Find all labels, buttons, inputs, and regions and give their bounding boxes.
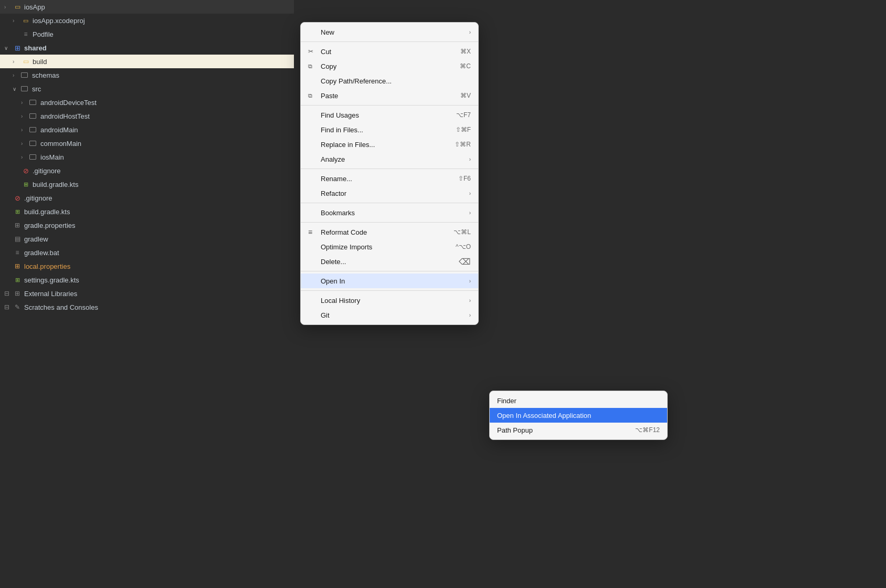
tree-item-label: iosMain bbox=[40, 153, 290, 161]
shortcut-label: ⌥⌘L bbox=[453, 228, 471, 236]
menu-item-copy[interactable]: ⧉ Copy ⌘C bbox=[301, 59, 478, 74]
menu-item-paste[interactable]: ⧉ Paste ⌘V bbox=[301, 88, 478, 103]
menu-item-delete[interactable]: Delete... ⌫ bbox=[301, 254, 478, 269]
reformat-icon: ≡ bbox=[308, 228, 318, 236]
submenu-item-label: Finder bbox=[497, 397, 660, 405]
tree-item-label: local.properties bbox=[24, 262, 290, 270]
tree-item-build-gradle2[interactable]: ⊞ build.gradle.kts bbox=[0, 205, 294, 218]
folder-outline-icon bbox=[21, 72, 28, 78]
folder-blue-icon: ⊞ bbox=[13, 43, 22, 52]
menu-item-label: Optimize Imports bbox=[321, 243, 451, 251]
tree-item-label: build.gradle.kts bbox=[24, 208, 290, 216]
tree-item-external-libraries[interactable]: ⊟ ⊞ External Libraries bbox=[0, 287, 294, 300]
tree-item-iosApp[interactable]: › ▭ iosApp bbox=[0, 0, 294, 14]
tree-item-label: build bbox=[33, 58, 290, 66]
submenu-item-label: Open In Associated Application bbox=[497, 412, 660, 419]
arrow-icon: ⊟ bbox=[4, 303, 13, 311]
tree-item-commonMain[interactable]: › commonMain bbox=[0, 136, 294, 150]
menu-item-rename[interactable]: Rename... ⇧F6 bbox=[301, 171, 478, 186]
menu-item-label: Copy Path/Reference... bbox=[321, 77, 471, 85]
menu-item-label: Rename... bbox=[321, 175, 454, 183]
scratch-icon: ✎ bbox=[13, 302, 22, 312]
menu-item-replace-in-files[interactable]: Replace in Files... ⇧⌘R bbox=[301, 137, 478, 152]
arrow-icon: › bbox=[13, 59, 21, 65]
arrow-icon: › bbox=[21, 141, 29, 146]
tree-item-gitignore1[interactable]: ⊘ .gitignore bbox=[0, 164, 294, 177]
shortcut-label: ⇧F6 bbox=[458, 175, 471, 182]
shell-icon: ▤ bbox=[13, 234, 22, 244]
tree-item-settings-gradle[interactable]: ⊞ settings.gradle.kts bbox=[0, 273, 294, 287]
folder-outline-icon bbox=[21, 86, 28, 91]
menu-divider bbox=[301, 290, 478, 291]
tree-item-local-properties[interactable]: ⊞ local.properties bbox=[0, 259, 294, 273]
arrow-icon: › bbox=[13, 72, 21, 78]
tree-item-gradlew[interactable]: ▤ gradlew bbox=[0, 232, 294, 246]
folder-icon: ▭ bbox=[21, 16, 30, 25]
menu-item-label: Refactor bbox=[321, 190, 467, 197]
shortcut-label: ⌫ bbox=[459, 257, 471, 267]
menu-item-cut[interactable]: ✂ Cut ⌘X bbox=[301, 44, 478, 59]
tree-item-label: iosApp.xcodeproj bbox=[33, 17, 290, 25]
arrow-icon: › bbox=[21, 154, 29, 160]
file-tree: › ▭ iosApp › ▭ iosApp.xcodeproj ≡ Podfil… bbox=[0, 0, 294, 588]
menu-item-new[interactable]: New › bbox=[301, 25, 478, 39]
tree-item-build-gradle1[interactable]: ⊞ build.gradle.kts bbox=[0, 177, 294, 191]
menu-divider bbox=[301, 105, 478, 106]
tree-item-scratches[interactable]: ⊟ ✎ Scratches and Consoles bbox=[0, 300, 294, 314]
menu-item-copy-path[interactable]: Copy Path/Reference... bbox=[301, 74, 478, 88]
tree-item-podfile[interactable]: ≡ Podfile bbox=[0, 27, 294, 41]
menu-item-git[interactable]: Git › bbox=[301, 308, 478, 322]
menu-item-optimize[interactable]: Optimize Imports ^⌥O bbox=[301, 239, 478, 254]
menu-item-label: Copy bbox=[321, 62, 456, 70]
library-icon: ⊞ bbox=[13, 289, 22, 298]
text-icon: ≡ bbox=[13, 248, 22, 257]
tree-item-label: External Libraries bbox=[24, 290, 290, 298]
tree-item-label: settings.gradle.kts bbox=[24, 276, 290, 284]
tree-item-shared[interactable]: ∨ ⊞ shared bbox=[0, 41, 294, 55]
arrow-icon: ⊟ bbox=[4, 290, 13, 297]
tree-item-gitignore2[interactable]: ⊘ .gitignore bbox=[0, 191, 294, 205]
text-icon: ≡ bbox=[21, 29, 30, 39]
tree-item-androidHostTest[interactable]: › androidHostTest bbox=[0, 109, 294, 123]
menu-item-label: Bookmarks bbox=[321, 209, 467, 217]
submenu-item-path-popup[interactable]: Path Popup ⌥⌘F12 bbox=[490, 423, 667, 437]
tree-item-label: androidDeviceTest bbox=[40, 99, 290, 107]
shortcut-label: ⇧⌘R bbox=[455, 141, 471, 148]
menu-item-bookmarks[interactable]: Bookmarks › bbox=[301, 205, 478, 220]
menu-item-local-history[interactable]: Local History › bbox=[301, 293, 478, 308]
tree-item-label: androidHostTest bbox=[40, 112, 290, 120]
tree-item-label: Scratches and Consoles bbox=[24, 303, 290, 311]
arrow-icon: › bbox=[21, 127, 29, 133]
menu-item-refactor[interactable]: Refactor › bbox=[301, 186, 478, 201]
submenu-item-finder[interactable]: Finder bbox=[490, 393, 667, 408]
menu-item-find-in-files[interactable]: Find in Files... ⇧⌘F bbox=[301, 122, 478, 137]
menu-item-reformat[interactable]: ≡ Reformat Code ⌥⌘L bbox=[301, 225, 478, 239]
tree-item-iosApp-xcodeproj[interactable]: › ▭ iosApp.xcodeproj bbox=[0, 14, 294, 27]
menu-item-label: Reformat Code bbox=[321, 228, 449, 236]
menu-item-label: Analyze bbox=[321, 155, 467, 163]
menu-item-analyze[interactable]: Analyze › bbox=[301, 152, 478, 166]
tree-item-schemas[interactable]: › schemas bbox=[0, 68, 294, 82]
submenu-arrow-icon: › bbox=[469, 29, 471, 35]
tree-item-iosMain[interactable]: › iosMain bbox=[0, 150, 294, 164]
submenu-arrow-icon: › bbox=[469, 210, 471, 216]
tree-item-src[interactable]: ∨ src bbox=[0, 82, 294, 96]
menu-item-open-in[interactable]: Open In › bbox=[301, 274, 478, 288]
tree-item-label: gradlew bbox=[24, 235, 290, 243]
gradle-icon: ⊞ bbox=[21, 180, 30, 189]
submenu-arrow-icon: › bbox=[469, 298, 471, 303]
tree-item-gradlew-bat[interactable]: ≡ gradlew.bat bbox=[0, 246, 294, 259]
gitignore-icon: ⊘ bbox=[21, 166, 30, 175]
tree-item-gradle-properties[interactable]: ⊞ gradle.properties bbox=[0, 218, 294, 232]
tree-item-androidMain[interactable]: › androidMain bbox=[0, 123, 294, 136]
paste-icon: ⧉ bbox=[308, 92, 318, 99]
menu-item-find-usages[interactable]: Find Usages ⌥F7 bbox=[301, 108, 478, 122]
copy-icon: ⧉ bbox=[308, 63, 318, 70]
cut-icon: ✂ bbox=[308, 48, 318, 55]
tree-item-androidDeviceTest[interactable]: › androidDeviceTest bbox=[0, 96, 294, 109]
submenu-item-open-associated[interactable]: Open In Associated Application bbox=[490, 408, 667, 423]
tree-item-label: gradle.properties bbox=[24, 222, 290, 229]
tree-item-build[interactable]: › ▭ build bbox=[0, 55, 294, 68]
folder-module-icon bbox=[29, 100, 36, 105]
folder-module-icon bbox=[29, 154, 36, 160]
